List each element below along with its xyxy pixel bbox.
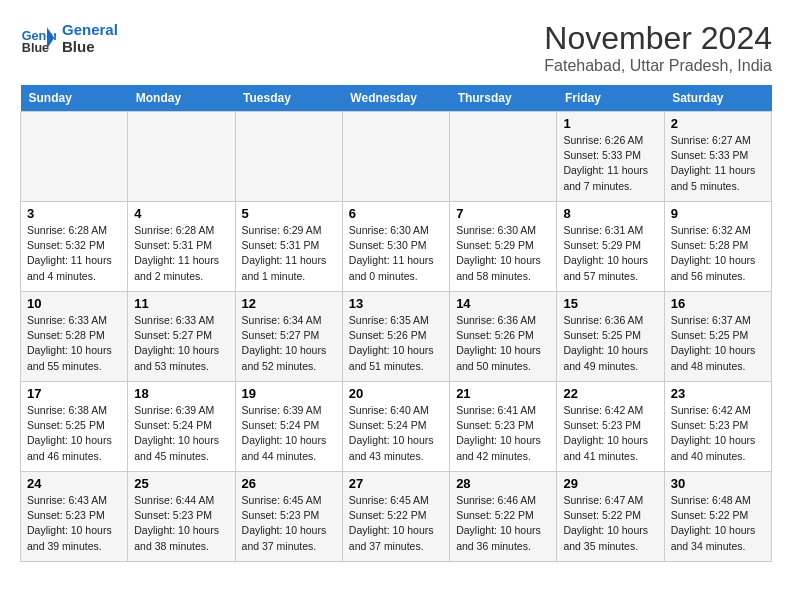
calendar-cell — [21, 112, 128, 202]
day-number: 9 — [671, 206, 765, 221]
calendar-cell: 2Sunrise: 6:27 AMSunset: 5:33 PMDaylight… — [664, 112, 771, 202]
calendar-cell: 14Sunrise: 6:36 AMSunset: 5:26 PMDayligh… — [450, 292, 557, 382]
cell-detail: Daylight: 11 hours and 0 minutes. — [349, 253, 443, 283]
day-number: 19 — [242, 386, 336, 401]
cell-detail: Daylight: 10 hours and 41 minutes. — [563, 433, 657, 463]
cell-detail: Sunrise: 6:41 AM — [456, 403, 550, 418]
calendar-cell: 24Sunrise: 6:43 AMSunset: 5:23 PMDayligh… — [21, 472, 128, 562]
page-header: General Blue General Blue November 2024 … — [20, 20, 772, 75]
cell-detail: Daylight: 10 hours and 51 minutes. — [349, 343, 443, 373]
calendar-table: SundayMondayTuesdayWednesdayThursdayFrid… — [20, 85, 772, 562]
cell-detail: Sunset: 5:31 PM — [242, 238, 336, 253]
day-number: 13 — [349, 296, 443, 311]
day-number: 12 — [242, 296, 336, 311]
calendar-week-1: 1Sunrise: 6:26 AMSunset: 5:33 PMDaylight… — [21, 112, 772, 202]
logo-line2: Blue — [62, 38, 118, 55]
cell-detail: Sunrise: 6:39 AM — [242, 403, 336, 418]
calendar-cell: 29Sunrise: 6:47 AMSunset: 5:22 PMDayligh… — [557, 472, 664, 562]
logo: General Blue General Blue — [20, 20, 118, 56]
day-number: 7 — [456, 206, 550, 221]
calendar-cell: 10Sunrise: 6:33 AMSunset: 5:28 PMDayligh… — [21, 292, 128, 382]
cell-detail: Sunset: 5:33 PM — [671, 148, 765, 163]
logo-icon: General Blue — [20, 20, 56, 56]
weekday-friday: Friday — [557, 85, 664, 112]
cell-detail: Sunrise: 6:35 AM — [349, 313, 443, 328]
cell-detail: Sunset: 5:32 PM — [27, 238, 121, 253]
calendar-week-2: 3Sunrise: 6:28 AMSunset: 5:32 PMDaylight… — [21, 202, 772, 292]
cell-detail: Daylight: 10 hours and 38 minutes. — [134, 523, 228, 553]
cell-detail: Sunset: 5:29 PM — [563, 238, 657, 253]
day-number: 23 — [671, 386, 765, 401]
day-number: 27 — [349, 476, 443, 491]
cell-detail: Sunrise: 6:46 AM — [456, 493, 550, 508]
calendar-cell: 13Sunrise: 6:35 AMSunset: 5:26 PMDayligh… — [342, 292, 449, 382]
calendar-cell: 9Sunrise: 6:32 AMSunset: 5:28 PMDaylight… — [664, 202, 771, 292]
cell-detail: Sunset: 5:24 PM — [242, 418, 336, 433]
cell-detail: Daylight: 10 hours and 46 minutes. — [27, 433, 121, 463]
cell-detail: Sunrise: 6:36 AM — [456, 313, 550, 328]
calendar-cell — [128, 112, 235, 202]
cell-detail: Daylight: 10 hours and 56 minutes. — [671, 253, 765, 283]
day-number: 16 — [671, 296, 765, 311]
cell-detail: Daylight: 10 hours and 50 minutes. — [456, 343, 550, 373]
calendar-cell: 15Sunrise: 6:36 AMSunset: 5:25 PMDayligh… — [557, 292, 664, 382]
day-number: 11 — [134, 296, 228, 311]
calendar-week-3: 10Sunrise: 6:33 AMSunset: 5:28 PMDayligh… — [21, 292, 772, 382]
calendar-cell: 7Sunrise: 6:30 AMSunset: 5:29 PMDaylight… — [450, 202, 557, 292]
calendar-cell: 20Sunrise: 6:40 AMSunset: 5:24 PMDayligh… — [342, 382, 449, 472]
cell-detail: Daylight: 11 hours and 5 minutes. — [671, 163, 765, 193]
cell-detail: Sunrise: 6:45 AM — [349, 493, 443, 508]
cell-detail: Daylight: 10 hours and 49 minutes. — [563, 343, 657, 373]
cell-detail: Sunrise: 6:47 AM — [563, 493, 657, 508]
day-number: 30 — [671, 476, 765, 491]
cell-detail: Sunrise: 6:33 AM — [27, 313, 121, 328]
cell-detail: Daylight: 10 hours and 42 minutes. — [456, 433, 550, 463]
day-number: 24 — [27, 476, 121, 491]
cell-detail: Sunset: 5:22 PM — [456, 508, 550, 523]
cell-detail: Sunset: 5:23 PM — [242, 508, 336, 523]
cell-detail: Sunrise: 6:33 AM — [134, 313, 228, 328]
day-number: 20 — [349, 386, 443, 401]
cell-detail: Sunrise: 6:42 AM — [671, 403, 765, 418]
day-number: 15 — [563, 296, 657, 311]
day-number: 3 — [27, 206, 121, 221]
cell-detail: Sunset: 5:23 PM — [27, 508, 121, 523]
cell-detail: Sunrise: 6:30 AM — [456, 223, 550, 238]
calendar-cell: 11Sunrise: 6:33 AMSunset: 5:27 PMDayligh… — [128, 292, 235, 382]
weekday-header-row: SundayMondayTuesdayWednesdayThursdayFrid… — [21, 85, 772, 112]
cell-detail: Sunrise: 6:39 AM — [134, 403, 228, 418]
cell-detail: Sunset: 5:28 PM — [27, 328, 121, 343]
cell-detail: Daylight: 10 hours and 55 minutes. — [27, 343, 121, 373]
day-number: 26 — [242, 476, 336, 491]
cell-detail: Sunrise: 6:32 AM — [671, 223, 765, 238]
cell-detail: Daylight: 10 hours and 52 minutes. — [242, 343, 336, 373]
calendar-cell: 17Sunrise: 6:38 AMSunset: 5:25 PMDayligh… — [21, 382, 128, 472]
cell-detail: Sunrise: 6:36 AM — [563, 313, 657, 328]
weekday-wednesday: Wednesday — [342, 85, 449, 112]
calendar-cell: 19Sunrise: 6:39 AMSunset: 5:24 PMDayligh… — [235, 382, 342, 472]
cell-detail: Sunset: 5:22 PM — [671, 508, 765, 523]
cell-detail: Daylight: 10 hours and 37 minutes. — [349, 523, 443, 553]
svg-text:Blue: Blue — [22, 41, 49, 55]
weekday-tuesday: Tuesday — [235, 85, 342, 112]
cell-detail: Sunset: 5:31 PM — [134, 238, 228, 253]
cell-detail: Sunset: 5:23 PM — [671, 418, 765, 433]
calendar-cell: 18Sunrise: 6:39 AMSunset: 5:24 PMDayligh… — [128, 382, 235, 472]
calendar-cell: 4Sunrise: 6:28 AMSunset: 5:31 PMDaylight… — [128, 202, 235, 292]
calendar-cell: 12Sunrise: 6:34 AMSunset: 5:27 PMDayligh… — [235, 292, 342, 382]
day-number: 4 — [134, 206, 228, 221]
cell-detail: Sunrise: 6:26 AM — [563, 133, 657, 148]
cell-detail: Sunset: 5:28 PM — [671, 238, 765, 253]
month-title: November 2024 — [544, 20, 772, 57]
weekday-saturday: Saturday — [664, 85, 771, 112]
calendar-cell — [235, 112, 342, 202]
cell-detail: Sunrise: 6:29 AM — [242, 223, 336, 238]
calendar-cell: 5Sunrise: 6:29 AMSunset: 5:31 PMDaylight… — [235, 202, 342, 292]
cell-detail: Sunrise: 6:30 AM — [349, 223, 443, 238]
day-number: 6 — [349, 206, 443, 221]
weekday-sunday: Sunday — [21, 85, 128, 112]
title-area: November 2024 Fatehabad, Uttar Pradesh, … — [544, 20, 772, 75]
day-number: 1 — [563, 116, 657, 131]
day-number: 28 — [456, 476, 550, 491]
cell-detail: Sunset: 5:29 PM — [456, 238, 550, 253]
